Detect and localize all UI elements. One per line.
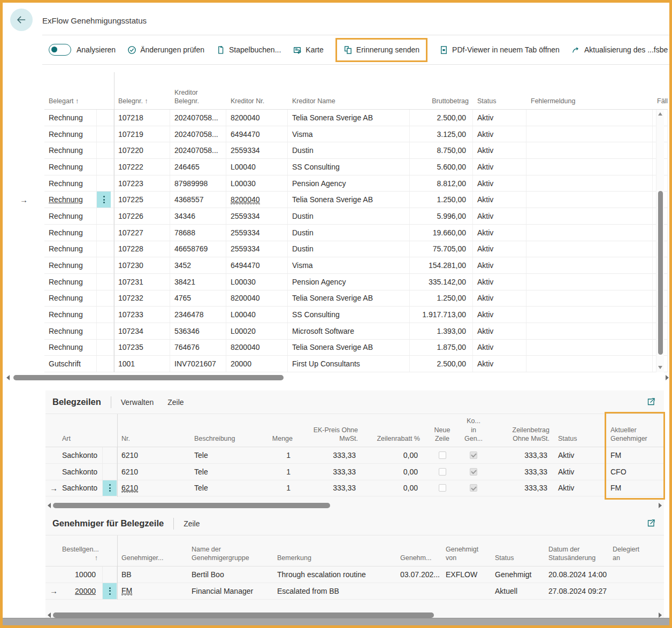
table-row[interactable]: Rechnung107220202407058...2559334Dustin8… [44, 142, 668, 159]
table-row[interactable]: Rechnung10722387989998L00030Pension Agen… [44, 175, 668, 192]
column-header-status[interactable]: Status [491, 554, 544, 562]
horizontal-scroll-thumb[interactable] [13, 375, 284, 380]
table-row[interactable]: Rechnung10723247658200040Telia Sonera Sv… [44, 290, 668, 307]
column-header-status[interactable]: Status [473, 97, 526, 105]
scroll-up-arrow-icon[interactable] [658, 112, 662, 116]
scroll-right-arrow-icon[interactable] [666, 375, 669, 380]
column-header-genehmigt_von[interactable]: Genehmigt von [441, 545, 491, 563]
cell-drilldown-link[interactable]: 6210 [121, 484, 138, 493]
column-header-aktueller_genehmiger[interactable]: Aktueller Genehmiger [606, 426, 662, 443]
cell-kreditor_nr: 8200040 [226, 110, 288, 126]
horizontal-scroll-thumb[interactable] [53, 612, 434, 618]
column-header-name_gruppe[interactable]: Name der Genehmigergruppe [187, 545, 273, 563]
table-row[interactable]: →Sachkonto6210Tele1333,330,00333,33Aktiv… [45, 480, 664, 497]
scroll-left-arrow-icon[interactable] [6, 375, 10, 380]
column-header-delegiert[interactable]: Delegiert an [608, 545, 664, 563]
scroll-right-arrow-icon[interactable] [659, 612, 662, 618]
cell-belegnr: 107218 [114, 110, 170, 126]
cell-fehlermeldung [526, 241, 653, 257]
approvers-pane: Genehmiger für Belegzeile Zeile Bestellg… [45, 512, 664, 621]
column-header-neue_zeile[interactable]: Neue Zeile [424, 426, 460, 443]
batch-post-button[interactable]: Stapelbuchen... [216, 45, 281, 55]
column-header-ko_in_gen[interactable]: Ko... in Gen... [460, 417, 487, 443]
divider [173, 518, 174, 530]
table-row[interactable]: Rechnung1072332346478L00040SS Consulting… [44, 307, 668, 323]
column-header-zeilenrabatt[interactable]: Zeilenrabatt % [362, 434, 424, 443]
table-row[interactable]: Sachkonto6210Tele1333,330,00333,33AktivF… [45, 447, 664, 464]
table-row[interactable]: Rechnung107218202407058...8200040Telia S… [44, 110, 668, 126]
table-row[interactable]: Rechnung107222246465L00040SS Consulting5… [44, 159, 668, 175]
cell-link[interactable]: Rechnung [49, 195, 83, 204]
document-lines-horizontal-scrollbar[interactable] [47, 502, 663, 509]
scroll-left-arrow-icon[interactable] [48, 612, 51, 618]
horizontal-scroll-thumb[interactable] [53, 503, 330, 508]
table-row[interactable]: Gutschrift1001INV702160720000First Up Co… [44, 356, 668, 372]
column-header-fehlermeldung[interactable]: Fehlermeldung [526, 97, 653, 105]
send-reminder-button[interactable]: Erinnerung senden [335, 38, 427, 62]
share-icon[interactable] [646, 396, 656, 409]
table-row[interactable]: 10000BBBertil BooThrough escalation rout… [45, 566, 664, 583]
cell-genehmigt_von: EXFLOW [441, 566, 491, 583]
column-header-genehm[interactable]: Genehm... [396, 554, 441, 562]
column-header-kreditor_name[interactable]: Kreditor Name [288, 97, 410, 105]
analyze-toggle[interactable]: Analysieren [49, 44, 116, 56]
cell-belegnr: 107235 [114, 340, 170, 356]
card-button[interactable]: Karte [293, 45, 323, 55]
column-header-bruttobetrag[interactable]: Bruttobetrag [410, 97, 473, 105]
pdf-viewer-button[interactable]: PDf-Viewer in neuem Tab öffnen [439, 45, 560, 55]
row-context-menu-button[interactable] [97, 192, 111, 208]
cell-belegart: Rechnung [44, 290, 97, 307]
table-row[interactable]: Rechnung107219202407058...6494470Visma3.… [44, 126, 668, 143]
share-icon[interactable] [646, 518, 656, 531]
column-header-bemerkung[interactable]: Bemerkung [273, 554, 396, 562]
column-header-datum[interactable]: Datum der Statusänderung [544, 545, 608, 563]
cell-link[interactable]: 20000 [75, 587, 96, 595]
column-header-belegart[interactable]: Belegart ↑ [44, 97, 97, 105]
cell-art: Sachkonto [58, 480, 102, 496]
cell-kreditor_belegnr: 246465 [170, 159, 226, 175]
vertical-scroll-thumb[interactable] [658, 191, 663, 355]
row-context-menu-button[interactable] [103, 583, 117, 599]
scroll-down-arrow-icon[interactable] [658, 366, 662, 369]
menu-zeile[interactable]: Zeile [184, 519, 200, 528]
cell-fehlermeldung [526, 175, 653, 192]
table-row[interactable]: Rechnung1072357646768200040Telia Sonera … [44, 340, 668, 356]
table-row[interactable]: Rechnung107228466587692559334Dustin75.70… [44, 241, 668, 258]
cell-drilldown-link[interactable]: 8200040 [231, 195, 260, 204]
row-context-menu-button[interactable] [103, 480, 117, 496]
column-header-nr[interactable]: Nr. [117, 434, 190, 443]
back-button[interactable] [10, 9, 33, 31]
table-row[interactable]: Rechnung107226343462559334Dustin5.996,00… [44, 208, 668, 225]
verify-changes-button[interactable]: Änderungen prüfen [127, 45, 204, 55]
column-header-beschreibung[interactable]: Beschreibung [190, 434, 257, 443]
table-row[interactable]: Rechnung10722543685578200040Telia Sonera… [44, 192, 668, 208]
main-vertical-scrollbar[interactable] [656, 110, 664, 372]
table-row[interactable]: →20000FMFinancial ManagerEscalated from … [45, 583, 664, 600]
cell-zeilenbetrag: 333,33 [487, 464, 554, 480]
column-header-zeilenbetrag[interactable]: Zeilenbetrag Ohne MwSt. [487, 426, 554, 443]
column-header-art[interactable]: Art [58, 434, 102, 443]
column-header-menge[interactable]: Menge [257, 434, 297, 443]
table-row[interactable]: Rechnung10723138421L00030Pension Agency3… [44, 274, 668, 290]
menu-zeile[interactable]: Zeile [167, 398, 184, 407]
column-header-ek_preis[interactable]: EK-Preis Ohne MwSt. [297, 426, 362, 443]
table-row[interactable]: Rechnung107234536346L00020Microsoft Soft… [44, 323, 668, 340]
scroll-left-arrow-icon[interactable] [48, 503, 51, 508]
table-row[interactable]: Sachkonto6210Tele1333,330,00333,33AktivC… [45, 464, 664, 480]
send-reminder-icon [343, 45, 353, 55]
cell-drilldown-link[interactable]: FM [121, 586, 132, 595]
table-row[interactable]: Rechnung107227786882559334Dustin19.660,0… [44, 225, 668, 241]
column-header-faellig[interactable]: Fäll [653, 97, 668, 105]
column-header-kreditor_belegnr[interactable]: Kreditor Belegnr. [170, 88, 226, 106]
main-horizontal-scrollbar[interactable] [5, 374, 670, 381]
column-header-genehmiger[interactable]: Genehmiger... [117, 554, 187, 562]
column-header-status[interactable]: Status [554, 434, 606, 443]
column-header-kreditor_nr[interactable]: Kreditor Nr. [226, 97, 288, 105]
table-row[interactable]: Rechnung10723034526494470Visma154.281,00… [44, 257, 668, 274]
menu-verwalten[interactable]: Verwalten [121, 398, 154, 407]
column-header-belegnr[interactable]: Belegnr. ↑ [114, 97, 170, 105]
scroll-right-arrow-icon[interactable] [659, 503, 662, 508]
column-header-bestellgen[interactable]: Bestellgen... ↑ [58, 545, 102, 563]
refresh-button[interactable]: Aktualisierung des ...fsbe [571, 45, 668, 55]
row-menu-cell [97, 225, 114, 241]
